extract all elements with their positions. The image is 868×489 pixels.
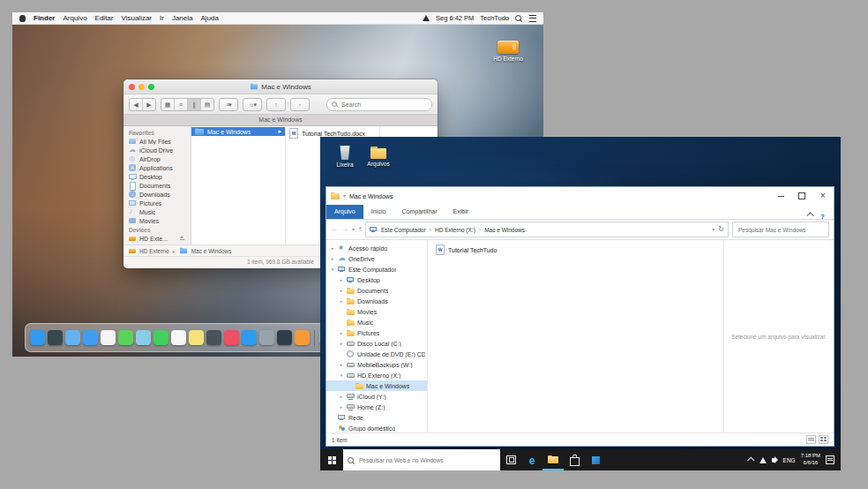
photos-icon[interactable] — [585, 449, 606, 470]
finder-search-field[interactable] — [326, 98, 432, 111]
task-view-icon[interactable] — [500, 449, 521, 470]
nav-tree-item[interactable]: ▸ Desktop — [326, 275, 427, 285]
nav-tree-item[interactable]: ▸ Disco Local (C:) — [326, 338, 427, 349]
finder-title-bar[interactable]: Mac e Windows — [123, 79, 438, 94]
expand-chevron[interactable]: ▸ — [339, 394, 344, 399]
file-row[interactable]: Tutorial TechTudo — [433, 244, 499, 256]
hidden-icons-chevron[interactable] — [747, 456, 754, 463]
expand-chevron[interactable]: ▸ — [339, 404, 344, 410]
recycle-bin-desktop-icon[interactable]: Lixeira — [329, 146, 361, 168]
files-folder-desktop-icon[interactable]: Arquivos — [363, 146, 394, 167]
menu-username[interactable]: TechTudo — [480, 14, 509, 22]
nav-tree-item[interactable]: ▸ Home (Z:) — [326, 402, 427, 412]
expand-chevron[interactable]: ▸ — [339, 330, 344, 335]
notification-center-icon[interactable] — [529, 15, 536, 22]
path-folder[interactable]: Mac e Windows — [191, 248, 232, 254]
nav-tree-item[interactable]: ▸ MobileBackups (W:) — [326, 359, 427, 370]
address-dropdown-chevron[interactable] — [712, 226, 715, 233]
edge-icon[interactable] — [521, 449, 542, 470]
sidebar-item[interactable]: Applications — [123, 163, 191, 172]
forward-button[interactable] — [341, 226, 348, 233]
maps-dock-icon[interactable] — [136, 330, 151, 345]
zoom-button[interactable] — [148, 84, 154, 90]
menu-clock[interactable]: Seg 6:42 PM — [436, 14, 474, 22]
arrange-menu-button[interactable] — [219, 98, 238, 111]
nav-tree-item[interactable]: ▸ Documents — [326, 285, 427, 296]
minimize-button[interactable] — [138, 84, 145, 90]
expand-chevron[interactable]: ▾ — [330, 267, 335, 272]
explorer-search-input[interactable] — [737, 226, 825, 234]
breadcrumb-box[interactable]: Este Computador HD Externo (X:) Mac e Wi… — [365, 222, 729, 237]
icon-view-button[interactable] — [161, 99, 174, 110]
close-button[interactable] — [129, 84, 135, 90]
system-preferences-dock-icon[interactable] — [259, 330, 274, 345]
mail-dock-icon[interactable] — [65, 330, 80, 345]
refresh-icon[interactable] — [718, 226, 724, 233]
sidebar-item[interactable]: Documents — [123, 181, 191, 190]
notes-dock-icon[interactable] — [189, 330, 204, 345]
back-button[interactable] — [130, 99, 142, 110]
sidebar-item[interactable]: Desktop — [123, 172, 191, 181]
explorer-title-bar[interactable]: Mac e Windows — [326, 187, 834, 205]
taskbar-search-box[interactable] — [343, 449, 500, 470]
close-button[interactable] — [812, 187, 834, 205]
nav-tree-item[interactable]: Rede — [326, 412, 427, 423]
safari-dock-icon[interactable] — [83, 330, 98, 345]
ibooks-dock-icon[interactable] — [295, 330, 310, 345]
apple-menu-icon[interactable] — [19, 15, 26, 22]
nav-tree-item[interactable]: ▸ Acesso rápido — [326, 243, 427, 253]
up-button[interactable] — [358, 226, 362, 233]
expand-chevron[interactable]: ▸ — [330, 245, 335, 251]
sidebar-item[interactable]: iCloud Drive — [123, 146, 191, 154]
list-view-button[interactable] — [174, 99, 187, 110]
nav-tree-item[interactable]: Music — [326, 317, 427, 327]
nav-tree-item[interactable]: ▸ iCloud (Y:) — [326, 391, 427, 402]
finder-tab[interactable]: Mac e Windows — [123, 115, 438, 126]
sidebar-item[interactable]: Movies — [123, 216, 191, 225]
menu-item[interactable]: Ir — [160, 14, 164, 22]
ribbon-tab[interactable]: Início — [363, 205, 394, 219]
help-icon[interactable] — [820, 207, 825, 222]
messages-dock-icon[interactable] — [118, 330, 133, 345]
sidebar-item[interactable]: Music — [123, 207, 191, 216]
forward-button[interactable] — [142, 99, 155, 110]
ribbon-tab[interactable]: Exibir — [445, 205, 477, 219]
minimize-button[interactable] — [770, 187, 791, 205]
menu-item[interactable]: Arquivo — [63, 14, 86, 22]
thumbnails-view-button[interactable] — [819, 435, 828, 444]
expand-chevron[interactable]: ▸ — [339, 298, 344, 304]
folder-row-selected[interactable]: Mac e Windows — [191, 127, 285, 136]
quick-access-toolbar-chevron[interactable] — [343, 192, 346, 199]
maximize-button[interactable] — [791, 187, 812, 205]
photo-booth-dock-icon[interactable] — [206, 330, 221, 345]
nav-tree-item[interactable]: Unidade de DVD (E:) CDROM — [326, 349, 427, 359]
nav-tree-item[interactable]: Mac e Windows — [326, 380, 427, 391]
external-drive-desktop-icon[interactable]: HD Externo — [490, 41, 526, 62]
language-indicator[interactable]: ENG — [783, 457, 796, 463]
sidebar-item-device[interactable]: HD Exte... — [123, 234, 191, 243]
expand-chevron[interactable]: ▾ — [339, 372, 344, 378]
ribbon-tab[interactable]: Compartilhar — [393, 205, 445, 219]
coverflow-view-button[interactable] — [200, 99, 213, 110]
action-menu-button[interactable] — [243, 98, 262, 111]
nav-tree-item[interactable]: ▸ Downloads — [326, 296, 427, 306]
menu-item[interactable]: Finder — [34, 14, 55, 22]
sidebar-item[interactable]: All My Files — [123, 137, 191, 146]
sidebar-item[interactable]: Pictures — [123, 199, 191, 207]
launchpad-dock-icon[interactable] — [48, 330, 63, 345]
menu-item[interactable]: Visualizar — [121, 14, 152, 22]
sidebar-item[interactable]: Downloads — [123, 190, 191, 199]
terminal-dock-icon[interactable] — [277, 330, 292, 345]
recent-locations-chevron[interactable] — [352, 226, 355, 233]
search-input[interactable] — [340, 101, 427, 109]
back-button[interactable] — [331, 226, 338, 233]
nav-tree-item[interactable]: Grupo doméstico — [326, 423, 427, 433]
expand-chevron[interactable]: ▸ — [339, 288, 344, 293]
nav-tree-item[interactable]: ▸ Pictures — [326, 327, 427, 338]
wifi-icon[interactable] — [423, 15, 430, 21]
breadcrumb-segment[interactable]: Mac e Windows — [479, 227, 525, 233]
nav-tree-item[interactable]: Movies — [326, 306, 427, 317]
facetime-dock-icon[interactable] — [153, 330, 168, 345]
volume-icon[interactable] — [772, 458, 774, 463]
spotlight-icon[interactable] — [515, 15, 521, 21]
